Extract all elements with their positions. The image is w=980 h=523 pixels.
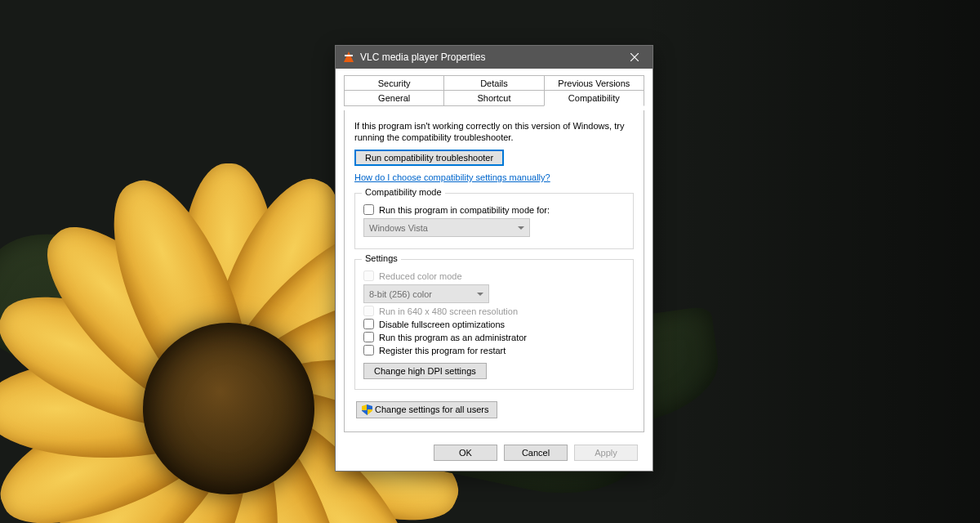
run-as-admin-label: Run this program as an administrator xyxy=(379,333,527,342)
reduced-color-label: Reduced color mode xyxy=(379,271,462,281)
low-res-checkbox-input xyxy=(363,306,374,316)
close-button[interactable] xyxy=(617,46,653,69)
low-res-label: Run in 640 x 480 screen resolution xyxy=(379,306,518,316)
register-restart-checkbox[interactable]: Register this program for restart xyxy=(363,345,625,355)
close-icon xyxy=(630,53,639,61)
wallpaper-vignette xyxy=(637,0,980,523)
compatibility-pane: If this program isn't working correctly … xyxy=(344,110,644,432)
tab-previous-versions[interactable]: Previous Versions xyxy=(544,75,644,92)
color-depth-value: 8-bit (256) color xyxy=(369,289,432,299)
titlebar[interactable]: VLC media player Properties xyxy=(336,46,653,69)
ok-button[interactable]: OK xyxy=(434,445,497,461)
run-as-admin-checkbox-input[interactable] xyxy=(363,332,374,342)
tab-general[interactable]: General xyxy=(344,90,444,106)
tab-compatibility[interactable]: Compatibility xyxy=(544,90,644,106)
chevron-down-icon xyxy=(518,226,524,230)
run-as-admin-checkbox[interactable]: Run this program as an administrator xyxy=(363,332,625,342)
reduced-color-checkbox: Reduced color mode xyxy=(363,270,625,281)
disable-fullscreen-checkbox[interactable]: Disable fullscreen optimizations xyxy=(363,319,625,329)
compat-os-value: Windows Vista xyxy=(369,223,428,233)
wallpaper-leaf xyxy=(0,201,208,427)
tab-shortcut[interactable]: Shortcut xyxy=(443,90,544,106)
intro-text: If this program isn't working correctly … xyxy=(354,120,634,143)
compat-mode-label: Run this program in compatibility mode f… xyxy=(379,205,550,215)
change-all-users-button[interactable]: Change settings for all users xyxy=(356,401,497,418)
compat-os-select[interactable]: Windows Vista xyxy=(363,218,530,237)
register-restart-checkbox-input[interactable] xyxy=(363,345,374,355)
chevron-down-icon xyxy=(477,293,483,296)
change-dpi-button[interactable]: Change high DPI settings xyxy=(363,363,487,379)
cancel-button[interactable]: Cancel xyxy=(504,445,568,461)
group-legend: Compatibility mode xyxy=(362,187,445,197)
run-troubleshooter-button[interactable]: Run compatibility troubleshooter xyxy=(354,150,504,166)
dialog-footer: OK Cancel Apply xyxy=(342,436,646,461)
settings-group: Settings Reduced color mode 8-bit (256) … xyxy=(354,259,634,390)
properties-dialog: VLC media player Properties Security Det… xyxy=(335,45,653,472)
change-all-users-label: Change settings for all users xyxy=(375,405,488,414)
apply-button[interactable]: Apply xyxy=(574,445,638,461)
tab-details[interactable]: Details xyxy=(443,75,544,92)
reduced-color-checkbox-input xyxy=(363,270,374,281)
compat-mode-checkbox[interactable]: Run this program in compatibility mode f… xyxy=(363,204,625,215)
tab-security[interactable]: Security xyxy=(344,75,444,92)
group-legend: Settings xyxy=(362,253,401,263)
low-res-checkbox: Run in 640 x 480 screen resolution xyxy=(363,306,625,316)
disable-fullscreen-checkbox-input[interactable] xyxy=(363,319,374,329)
window-title: VLC media player Properties xyxy=(360,51,617,63)
register-restart-label: Register this program for restart xyxy=(379,346,506,355)
compatibility-mode-group: Compatibility mode Run this program in c… xyxy=(354,193,634,249)
vlc-cone-icon xyxy=(342,51,355,64)
color-depth-select: 8-bit (256) color xyxy=(363,284,489,303)
disable-fullscreen-label: Disable fullscreen optimizations xyxy=(379,320,505,329)
desktop-wallpaper: VLC media player Properties Security Det… xyxy=(0,0,980,523)
uac-shield-icon xyxy=(362,405,372,415)
compat-mode-checkbox-input[interactable] xyxy=(363,204,374,215)
tab-strip: Security Details Previous Versions Gener… xyxy=(344,75,644,106)
manual-settings-link[interactable]: How do I choose compatibility settings m… xyxy=(354,172,550,182)
